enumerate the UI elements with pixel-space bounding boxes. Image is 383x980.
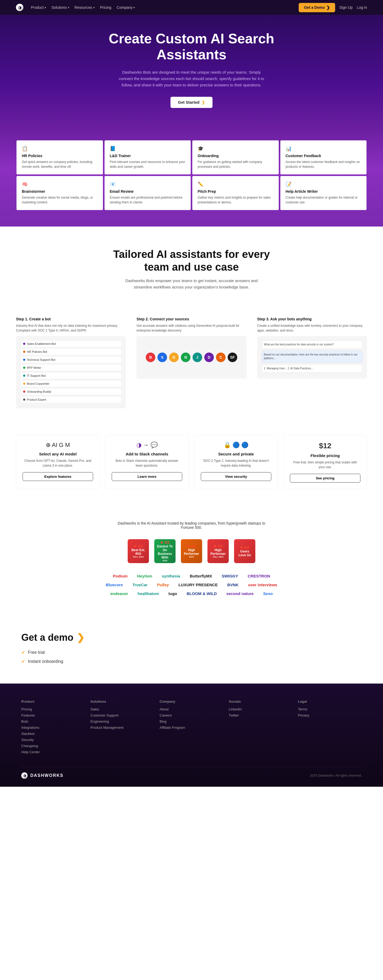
footer-link[interactable]: Product Management bbox=[91, 725, 154, 730]
feature-card: 📝 Help Article Writer Create help docume… bbox=[280, 176, 367, 210]
footer-link[interactable]: About bbox=[160, 707, 223, 711]
footer-link[interactable]: Help Center bbox=[21, 750, 85, 754]
signup-link[interactable]: Sign Up bbox=[339, 5, 353, 10]
demo-check-item: ✔Free trial bbox=[21, 649, 362, 655]
bot-dot bbox=[23, 351, 25, 353]
bot-name: Technical Support Bot bbox=[27, 358, 55, 361]
footer-link[interactable]: Privacy bbox=[298, 713, 362, 718]
connector-icon-6: D bbox=[204, 353, 214, 362]
step-1: Step 1. Create a bot Industry-first AI t… bbox=[16, 317, 126, 408]
footer-link[interactable]: Features bbox=[21, 713, 85, 718]
feature-card-title: Customer Feedback bbox=[286, 154, 361, 158]
footer-link[interactable]: Blog bbox=[160, 719, 223, 724]
get-demo-button[interactable]: Get a Demo ❯ bbox=[299, 3, 335, 12]
bot-name: RFP Writer bbox=[27, 366, 41, 369]
footer-link[interactable]: Twitter bbox=[229, 713, 292, 718]
footer-link[interactable]: Changelog bbox=[21, 744, 85, 748]
chevron-down-icon: ▾ bbox=[68, 6, 69, 9]
feat-cta-button-1[interactable]: Learn more bbox=[112, 472, 182, 481]
company-logos-row1: PodiumHeyGensynthesiaButterflyMXSWIGGYCR… bbox=[16, 574, 367, 578]
trusted-section: Dashworks is the AI Assistant trusted by… bbox=[0, 505, 383, 616]
footer-link[interactable]: Sales bbox=[91, 707, 154, 711]
bot-dot bbox=[23, 367, 25, 369]
step-1-desc: Industry-first AI that does not rely on … bbox=[16, 323, 126, 333]
footer-link[interactable]: Customer Support bbox=[91, 713, 154, 718]
step-3-visual: What are the best practices for data sec… bbox=[257, 336, 367, 379]
award-badge: ★ G2 Users Love Us bbox=[234, 539, 255, 563]
feat-cta-button-2[interactable]: View security bbox=[201, 472, 271, 481]
bot-list-item[interactable]: Brand Copywriter bbox=[20, 380, 121, 387]
feature-card: 📋 HR Policies Get quick answers on compa… bbox=[16, 140, 103, 174]
bot-dot bbox=[23, 359, 25, 361]
step-2-title: Step 2. Connect your sources bbox=[136, 317, 246, 321]
nav-right: Get a Demo ❯ Sign Up Log in bbox=[299, 3, 367, 12]
footer-link[interactable]: Integrations bbox=[21, 725, 85, 730]
award-year: 2024 bbox=[163, 559, 167, 562]
feat-cta-button-3[interactable]: See pricing bbox=[290, 474, 361, 482]
company-logo: ButterflyMX bbox=[190, 574, 212, 578]
bot-list-item[interactable]: Sales Enablement Bot bbox=[20, 340, 121, 347]
nav-item-company[interactable]: Company ▾ bbox=[117, 5, 135, 10]
company-logo: BLOOM & WILD bbox=[187, 591, 217, 596]
g2-star: ★ G2 bbox=[213, 544, 223, 548]
footer-link[interactable]: Pricing bbox=[21, 707, 85, 711]
bot-list-item[interactable]: Technical Support Bot bbox=[20, 356, 121, 363]
feature-card-desc: Generate creative ideas for social media… bbox=[22, 195, 97, 205]
feat-desc-2: SOC-2 Type 2, Industry-leading AI that d… bbox=[201, 458, 271, 468]
awards-row: ★ G2 Best Est. ROI FALL 2024 ★ G2 Easies… bbox=[16, 539, 367, 563]
footer-link[interactable]: Slackbot bbox=[21, 732, 85, 736]
nav-item-pricing[interactable]: Pricing bbox=[100, 5, 112, 10]
nav-logo[interactable]: ◑ bbox=[16, 4, 23, 11]
footer-logo[interactable]: ◑ DASHWORKS bbox=[21, 772, 64, 779]
nav-item-resources[interactable]: Resources ▾ bbox=[75, 5, 95, 10]
footer-column: CompanyAboutCareersBlogAffiliate Program bbox=[160, 700, 223, 756]
company-logo: Pulley bbox=[157, 582, 169, 587]
connector-icon-4: N bbox=[181, 353, 190, 362]
demo-title: Get a demo ❯ bbox=[21, 632, 362, 643]
footer-link[interactable]: Terms bbox=[298, 707, 362, 711]
footer-link[interactable]: Affiliate Program bbox=[160, 725, 223, 730]
nav-menu: Product ▾ Solutions ▾ Resources ▾ Pricin… bbox=[31, 5, 135, 10]
feat-title-2: Secure and private bbox=[201, 452, 271, 456]
award-year: FALL 2024 bbox=[133, 556, 144, 558]
feat-icon-2: 🔒 🔵 🔵 bbox=[201, 442, 271, 449]
feature-card-icon: 📋 bbox=[22, 146, 97, 151]
award-year: 2024 bbox=[189, 556, 194, 558]
footer-link[interactable]: Engineering bbox=[91, 719, 154, 724]
feature-card: 🧠 Brainstormer Generate creative ideas f… bbox=[16, 176, 103, 210]
bot-list-item[interactable]: RFP Writer bbox=[20, 364, 121, 371]
g2-star: ★ G2 bbox=[187, 544, 196, 548]
bot-name: IT Support Bot bbox=[27, 374, 46, 377]
tailored-section: Tailored AI assistants for every team an… bbox=[0, 226, 383, 301]
hero-description: Dashworks Bots are designed to meet the … bbox=[117, 69, 266, 88]
login-link[interactable]: Log in bbox=[357, 5, 367, 10]
company-logos-row3: endeavorhealthatomtugoBLOOM & WILDsecond… bbox=[16, 591, 367, 596]
trusted-tagline: Dashworks is the AI Assistant trusted by… bbox=[112, 521, 271, 530]
footer-link[interactable]: LinkedIn bbox=[229, 707, 292, 711]
feat-icon-1: ◑ → 💬 bbox=[112, 442, 182, 449]
feature-card-icon: 📝 bbox=[286, 181, 361, 187]
bot-list-item[interactable]: HR Policies Bot bbox=[20, 348, 121, 355]
connector-icon-7: C bbox=[216, 353, 225, 362]
bot-list-item[interactable]: Product Expert bbox=[20, 396, 121, 403]
nav-item-product[interactable]: Product ▾ bbox=[31, 5, 46, 10]
footer-link[interactable]: Security bbox=[21, 738, 85, 742]
check-icon: ✔ bbox=[21, 649, 25, 655]
feature-card-icon: 📧 bbox=[110, 181, 186, 187]
bot-list-item[interactable]: Onboarding Buddy bbox=[20, 388, 121, 395]
footer-col-title: Solutions bbox=[91, 700, 154, 703]
footer-link[interactable]: Bots bbox=[21, 719, 85, 724]
feature-card-desc: Create help documentation or guides for … bbox=[286, 195, 361, 205]
nav-item-solutions[interactable]: Solutions ▾ bbox=[51, 5, 69, 10]
bot-dot bbox=[23, 343, 25, 345]
footer-logo-text: DASHWORKS bbox=[30, 773, 64, 778]
chevron-down-icon: ▾ bbox=[45, 6, 46, 9]
footer-link[interactable]: Careers bbox=[160, 713, 223, 718]
demo-check-item: ✔Instant onboarding bbox=[21, 659, 362, 664]
get-started-button[interactable]: Get Started ❯ bbox=[171, 97, 212, 108]
feat-cta-button-0[interactable]: Explore features bbox=[22, 472, 93, 481]
bot-list-item[interactable]: IT Support Bot bbox=[20, 372, 121, 379]
chevron-down-icon: ▾ bbox=[93, 6, 95, 9]
demo-section: Get a demo ❯ ✔Free trial✔Instant onboard… bbox=[0, 616, 383, 684]
step-1-title: Step 1. Create a bot bbox=[16, 317, 126, 321]
